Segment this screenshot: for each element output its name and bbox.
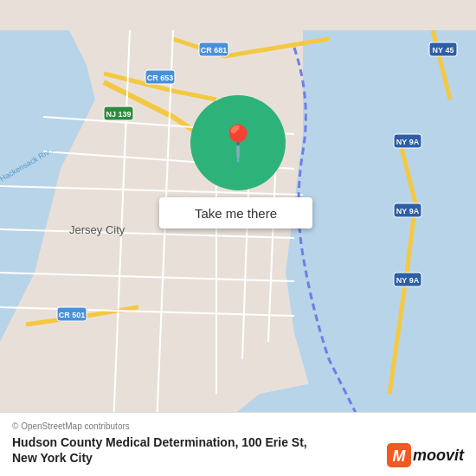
moovit-logo: M moovit xyxy=(387,443,464,467)
map-attribution: © OpenStreetMap contributors xyxy=(12,421,464,431)
place-name-city: New York City xyxy=(12,451,93,465)
place-name-street: Hudson County Medical Determination, 100… xyxy=(12,435,307,449)
map-background: CR 681 CR 653 NJ 139 NY 9A NY 9A NY 9A N… xyxy=(0,0,476,476)
map-container: CR 681 CR 653 NJ 139 NY 9A NY 9A NY 9A N… xyxy=(0,0,476,476)
moovit-icon: M xyxy=(387,443,411,467)
svg-text:M: M xyxy=(392,447,406,465)
take-me-there-button[interactable]: Take me there xyxy=(159,197,312,228)
location-pin-overlay: 📍 xyxy=(190,95,286,190)
svg-text:NJ 139: NJ 139 xyxy=(106,110,131,119)
svg-text:NY 45: NY 45 xyxy=(433,46,454,55)
svg-text:Jersey City: Jersey City xyxy=(69,223,125,236)
svg-text:CR 681: CR 681 xyxy=(201,46,228,55)
svg-text:NY 9A: NY 9A xyxy=(396,138,420,146)
location-card: © OpenStreetMap contributors Hudson Coun… xyxy=(0,412,476,476)
moovit-text: moovit xyxy=(413,447,464,465)
svg-text:NY 9A: NY 9A xyxy=(396,207,420,215)
take-me-there-label: Take me there xyxy=(195,206,277,221)
svg-text:CR 501: CR 501 xyxy=(59,311,86,319)
svg-text:NY 9A: NY 9A xyxy=(396,276,420,285)
location-pin-icon: 📍 xyxy=(216,123,260,164)
svg-text:CR 653: CR 653 xyxy=(147,74,174,82)
